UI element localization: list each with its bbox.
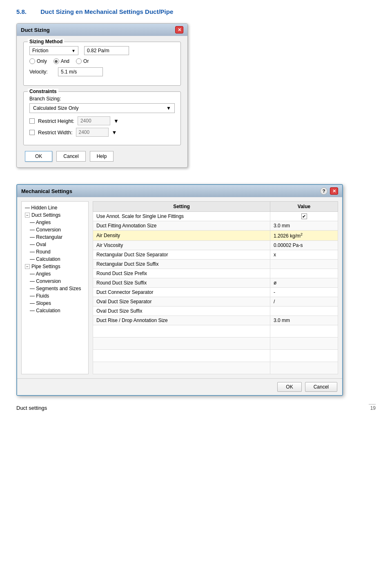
sidebar-item-pipe-slopes[interactable]: — Slopes (22, 300, 88, 307)
sidebar-item-hidden-line[interactable]: — Hidden Line (22, 204, 88, 211)
table-row-empty (93, 338, 338, 350)
radio-circle-and (53, 58, 59, 64)
table-row: Round Duct Size Prefix (93, 269, 338, 278)
friction-dropdown[interactable]: Friction ▼ (29, 46, 78, 55)
sidebar-item-pipe-calculation[interactable]: — Calculation (22, 307, 88, 314)
restrict-height-row: Restrict Height: 2400 ▼ (29, 116, 175, 125)
mech-cancel-button[interactable]: Cancel (305, 382, 337, 392)
sidebar-item-hidden-line-label: — Hidden Line (25, 205, 57, 211)
value-round-suffix[interactable]: ø (270, 278, 338, 288)
setting-rect-suffix: Rectangular Duct Size Suffix (93, 260, 270, 269)
value-use-annot[interactable]: ✔ (270, 212, 338, 221)
value-round-prefix[interactable] (270, 269, 338, 278)
friction-value: 0.82 Pa/m (84, 46, 129, 55)
value-rise-drop[interactable]: 3.0 mm (270, 316, 338, 325)
sidebar-item-duct-angles[interactable]: — Angles (22, 219, 88, 226)
restrict-width-checkbox[interactable] (29, 130, 35, 135)
radio-only[interactable]: Only (29, 58, 47, 64)
restrict-height-checkbox[interactable] (29, 118, 35, 124)
friction-row: Friction ▼ 0.82 Pa/m (29, 46, 175, 55)
branch-sizing-row: Branch Sizing: Calculated Size Only ▼ (29, 96, 175, 113)
checkbox-checked-icon[interactable]: ✔ (301, 213, 307, 219)
setting-air-viscosity: Air Viscosity (93, 241, 270, 250)
radio-group: Only And Or (29, 58, 175, 64)
dialog-buttons: OK Cancel Help (23, 151, 181, 162)
constraints-group: Constraints Branch Sizing: Calculated Si… (23, 91, 181, 145)
sidebar-item-pipe-angles-label: — Angles (30, 271, 51, 277)
mech-ok-button[interactable]: OK (277, 382, 301, 392)
radio-or[interactable]: Or (76, 58, 89, 64)
mech-titlebar-controls: ? ✕ (320, 187, 338, 195)
heading-number: 5.8. (16, 8, 27, 15)
sidebar-item-pipe-segments[interactable]: — Segments and Sizes (22, 285, 88, 292)
dialog-title: Duct Sizing (21, 27, 50, 33)
value-air-density[interactable]: 1.2026 kg/m2 (270, 231, 338, 241)
sidebar-item-duct-settings[interactable]: − Duct Settings (22, 211, 88, 219)
tree-collapse-pipe-icon: − (25, 264, 30, 269)
value-oval-suffix[interactable] (270, 307, 338, 316)
sidebar-item-duct-conversion-label: — Conversion (30, 227, 61, 233)
tree-collapse-icon: − (25, 213, 30, 218)
setting-round-suffix: Round Duct Size Suffix (93, 278, 270, 288)
value-rect-separator[interactable]: x (270, 250, 338, 260)
mechanical-settings-dialog: Mechanical Settings ? ✕ — Hidden Line − … (16, 184, 343, 396)
sidebar-item-pipe-fluids-label: — Fluids (30, 293, 49, 299)
constraints-label: Constraints (28, 89, 58, 94)
restrict-width-row: Restrict Width: 2400 ▼ (29, 128, 175, 137)
sidebar-item-duct-calculation[interactable]: — Calculation (22, 256, 88, 263)
velocity-label: Velocity: (29, 69, 58, 75)
dialog-body: Sizing Method Friction ▼ 0.82 Pa/m Only (17, 36, 187, 167)
sidebar-item-duct-rectangular-label: — Rectangular (30, 234, 62, 240)
sizing-method-label: Sizing Method (28, 39, 64, 44)
mech-footer: OK Cancel (17, 378, 342, 395)
dialog-close-button[interactable]: ✕ (175, 26, 183, 33)
radio-and-label: And (61, 58, 69, 64)
sidebar-item-duct-calculation-label: — Calculation (30, 256, 60, 262)
cancel-button[interactable]: Cancel (56, 151, 85, 162)
sidebar-item-duct-round[interactable]: — Round (22, 248, 88, 256)
value-rect-suffix[interactable] (270, 260, 338, 269)
restrict-width-arrow-icon: ▼ (112, 129, 117, 136)
sidebar-item-pipe-settings-label: Pipe Settings (31, 264, 60, 269)
help-button[interactable]: Help (90, 151, 114, 162)
branch-sizing-label: Branch Sizing: (29, 96, 175, 102)
sidebar-item-pipe-angles[interactable]: — Angles (22, 270, 88, 278)
restrict-height-label: Restrict Height: (38, 118, 74, 124)
velocity-value: 5.1 m/s (58, 67, 103, 76)
table-row: Rectangular Duct Size Separator x (93, 250, 338, 260)
radio-and[interactable]: And (53, 58, 69, 64)
footer-label: Duct settings (16, 405, 47, 411)
sidebar-item-pipe-calculation-label: — Calculation (30, 308, 60, 313)
table-row: Rectangular Duct Size Suffix (93, 260, 338, 269)
table-row: Oval Duct Size Separator / (93, 297, 338, 307)
mech-help-button[interactable]: ? (320, 187, 327, 195)
sidebar-item-duct-oval[interactable]: — Oval (22, 241, 88, 248)
setting-round-prefix: Round Duct Size Prefix (93, 269, 270, 278)
value-connector-separator[interactable]: - (270, 288, 338, 297)
value-oval-separator[interactable]: / (270, 297, 338, 307)
dropdown-arrow-icon: ▼ (71, 49, 76, 53)
sidebar-item-pipe-conversion[interactable]: — Conversion (22, 278, 88, 285)
table-row-empty (93, 325, 338, 338)
ok-button[interactable]: OK (25, 151, 52, 162)
sidebar-item-pipe-settings[interactable]: − Pipe Settings (22, 263, 88, 270)
setting-use-annot: Use Annot. Scale for Single Line Fitting… (93, 212, 270, 221)
col-setting: Setting (93, 202, 270, 212)
sidebar-item-pipe-slopes-label: — Slopes (30, 300, 51, 306)
friction-dropdown-value: Friction (32, 48, 48, 53)
branch-sizing-arrow-icon: ▼ (166, 105, 171, 111)
sidebar-item-duct-conversion[interactable]: — Conversion (22, 226, 88, 233)
sidebar-item-duct-rectangular[interactable]: — Rectangular (22, 233, 88, 241)
setting-fitting-annotation: Duct Fitting Annotation Size (93, 221, 270, 231)
setting-rise-drop: Duct Rise / Drop Annotation Size (93, 316, 270, 325)
restrict-width-value: 2400 (76, 128, 109, 137)
velocity-row: Velocity: 5.1 m/s (29, 67, 175, 76)
value-fitting-annotation[interactable]: 3.0 mm (270, 221, 338, 231)
sidebar-item-duct-oval-label: — Oval (30, 242, 46, 247)
branch-sizing-dropdown[interactable]: Calculated Size Only ▼ (29, 103, 175, 113)
radio-circle-or (76, 58, 82, 64)
mech-close-button[interactable]: ✕ (330, 187, 338, 195)
table-row: Oval Duct Size Suffix (93, 307, 338, 316)
value-air-viscosity[interactable]: 0.00002 Pa-s (270, 241, 338, 250)
sidebar-item-pipe-fluids[interactable]: — Fluids (22, 292, 88, 300)
